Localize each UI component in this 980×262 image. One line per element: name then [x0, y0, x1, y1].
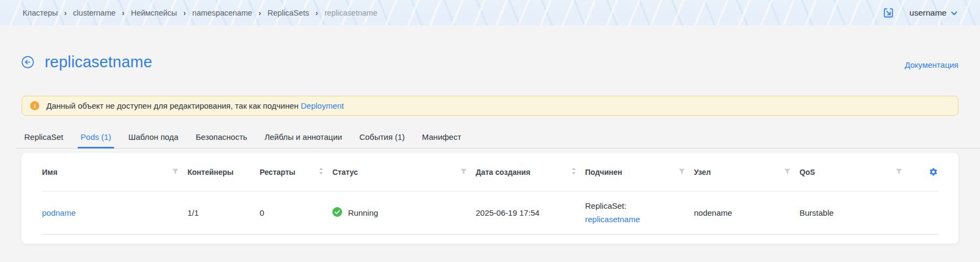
column-header-created[interactable]: Дата создания: [476, 167, 585, 176]
settings-gear-icon[interactable]: [929, 167, 938, 176]
breadcrumb-separator: ›: [259, 8, 261, 17]
column-header-owner[interactable]: Подчинен: [585, 168, 694, 176]
column-header-qos[interactable]: QoS: [800, 168, 911, 176]
sort-arrows-icon[interactable]: [571, 167, 576, 176]
breadcrumb-item-clusters[interactable]: Кластеры: [23, 9, 58, 17]
page-title: replicasetname: [45, 53, 152, 71]
column-header-containers[interactable]: Контейнеры: [187, 168, 260, 176]
tab-security[interactable]: Безопасность: [187, 127, 256, 148]
table-row: podname 1/1 0 Running 2025-06-19 17:54: [42, 192, 938, 235]
page-header: replicasetname Документация: [22, 53, 958, 71]
filter-funnel-icon[interactable]: [678, 168, 685, 176]
cell-qos: Burstable: [800, 208, 911, 217]
breadcrumb-item-current: replicasetname: [324, 9, 377, 17]
filter-funnel-icon[interactable]: [460, 168, 467, 176]
status-label: Running: [348, 208, 378, 217]
sort-arrows-icon[interactable]: [318, 167, 324, 176]
breadcrumb: Кластеры › clustername › Неймспейсы › na…: [23, 9, 377, 17]
window-restore-icon[interactable]: [882, 7, 894, 19]
owner-link[interactable]: replicasetname: [585, 215, 640, 224]
info-icon: i: [30, 101, 39, 110]
tab-bar: ReplicaSet Pods (1) Шаблон пода Безопасн…: [16, 127, 980, 148]
tab-events[interactable]: События (1): [351, 127, 413, 148]
breadcrumb-separator: ›: [183, 8, 185, 17]
tab-replicaset[interactable]: ReplicaSet: [16, 127, 72, 148]
breadcrumb-item-clustername[interactable]: clustername: [73, 9, 116, 17]
deployment-link[interactable]: Deployment: [301, 101, 344, 110]
owner-kind-label: ReplicaSet:: [585, 201, 627, 210]
username-label: username: [909, 8, 947, 18]
filter-funnel-icon[interactable]: [895, 168, 902, 176]
column-header-status[interactable]: Статус: [332, 168, 476, 176]
tab-labels-annotations[interactable]: Лейблы и аннотации: [256, 127, 351, 148]
cell-status: Running: [332, 207, 476, 218]
pods-table-card: Имя Контейнеры Рестарты Статус: [22, 153, 958, 244]
chevron-down-icon: [951, 8, 957, 18]
filter-funnel-icon[interactable]: [784, 168, 791, 176]
table-settings-cell: [911, 167, 938, 176]
cell-restarts: 0: [260, 208, 332, 217]
topbar-right: username: [882, 7, 957, 19]
documentation-link[interactable]: Документация: [905, 60, 958, 71]
pod-name-link[interactable]: podname: [42, 208, 76, 217]
warning-text: Данный объект не доступен для редактиров…: [46, 101, 344, 110]
tab-manifest[interactable]: Манифест: [413, 127, 470, 148]
cell-containers: 1/1: [187, 208, 260, 217]
table-header-row: Имя Контейнеры Рестарты Статус: [42, 153, 938, 192]
back-button[interactable]: [22, 56, 34, 68]
breadcrumb-separator: ›: [122, 8, 124, 17]
cell-created: 2025-06-19 17:54: [476, 208, 585, 217]
cell-owner: ReplicaSet: replicasetname: [585, 200, 694, 226]
main-content: replicasetname Документация i Данный объ…: [0, 53, 980, 244]
topbar: Кластеры › clustername › Неймспейсы › na…: [0, 0, 980, 25]
breadcrumb-item-namespacename[interactable]: namespacename: [192, 9, 252, 17]
breadcrumb-item-namespaces[interactable]: Неймспейсы: [131, 9, 177, 17]
check-circle-icon: [332, 207, 342, 218]
readonly-warning-banner: i Данный объект не доступен для редактир…: [22, 96, 958, 116]
user-menu[interactable]: username: [909, 8, 957, 18]
breadcrumb-separator: ›: [64, 8, 66, 17]
breadcrumb-item-replicasets[interactable]: ReplicaSets: [267, 9, 309, 17]
column-header-name[interactable]: Имя: [42, 168, 187, 176]
filter-funnel-icon[interactable]: [172, 168, 179, 176]
breadcrumb-separator: ›: [316, 8, 318, 17]
cell-pod-name: podname: [42, 208, 187, 217]
column-header-restarts[interactable]: Рестарты: [260, 167, 332, 176]
cell-node: nodename: [694, 208, 800, 217]
column-header-node[interactable]: Узел: [694, 168, 800, 176]
tab-pod-template[interactable]: Шаблон пода: [120, 127, 187, 148]
tab-pods[interactable]: Pods (1): [72, 127, 120, 148]
